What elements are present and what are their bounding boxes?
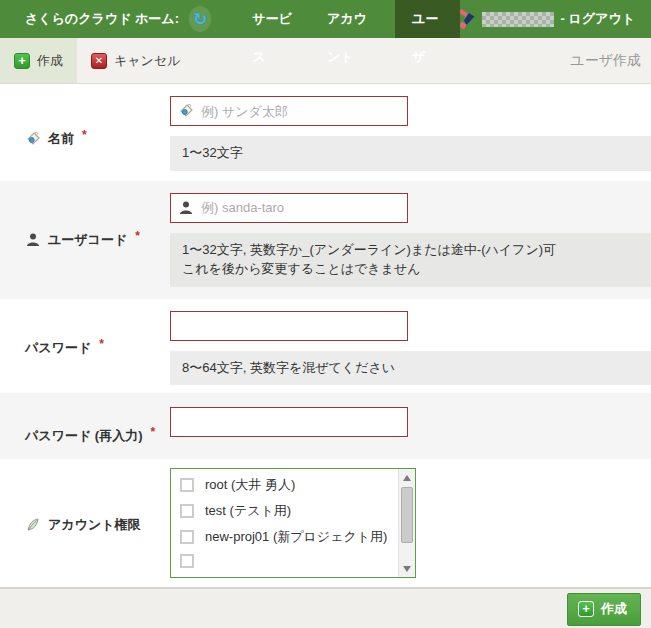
- permission-option-test[interactable]: test (テスト用): [180, 502, 415, 520]
- name-input-tag-icon: [178, 103, 194, 119]
- user-create-form: 名前* 1〜32文字 ユーザコード*: [0, 84, 651, 587]
- footer-create-button[interactable]: + 作成: [567, 593, 641, 626]
- listbox-scrollbar[interactable]: [398, 469, 415, 577]
- permissions-content-col: root (大井 勇人) test (テスト用) new-proj01 (新プロ…: [170, 468, 651, 578]
- nav-tab-user[interactable]: ユーザ: [395, 0, 459, 38]
- toolbar-cancel-button[interactable]: ✕ キャンセル: [77, 38, 195, 83]
- checkbox-icon[interactable]: [180, 478, 194, 492]
- permissions-listbox[interactable]: root (大井 勇人) test (テスト用) new-proj01 (新プロ…: [170, 468, 416, 578]
- cancel-x-icon: ✕: [91, 53, 107, 69]
- scrollbar-thumb[interactable]: [401, 487, 413, 543]
- permission-option-label: new-proj01 (新プロジェクト用): [205, 528, 387, 546]
- main-nav: サービス アカウント ユーザ: [235, 0, 459, 38]
- permissions-label: アカウント権限: [48, 516, 141, 534]
- plus-icon: +: [14, 53, 30, 69]
- permission-option-newproj01[interactable]: new-proj01 (新プロジェクト用): [180, 528, 415, 546]
- permissions-label-col: アカウント権限: [0, 468, 170, 578]
- usercode-hint: 1〜32文字, 英数字か_(アンダーライン)または途中-(ハイフン)可 これを後…: [170, 233, 651, 287]
- permission-option-partial[interactable]: [180, 554, 415, 568]
- feather-icon: [25, 517, 41, 533]
- toolbar-create-label: 作成: [37, 52, 63, 70]
- action-toolbar: + 作成 ✕ キャンセル ユーザ作成: [0, 38, 651, 84]
- form-row-usercode: ユーザコード* 1〜32文字, 英数字か_(アンダーライン)または途中-(ハイフ…: [0, 181, 651, 299]
- page-title: ユーザ作成: [570, 52, 651, 70]
- name-tag-icon: [25, 131, 41, 147]
- form-row-name: 名前* 1〜32文字: [0, 84, 651, 181]
- name-label: 名前: [48, 130, 74, 148]
- usercode-input-user-icon: [178, 200, 194, 216]
- required-mark: *: [151, 425, 156, 439]
- form-footer: + 作成: [0, 587, 651, 628]
- sakura-logo-icon: [460, 8, 475, 30]
- usercode-hint-line1: 1〜32文字, 英数字か_(アンダーライン)または途中-(ハイフン)可: [182, 241, 639, 260]
- checkbox-icon[interactable]: [180, 554, 194, 568]
- usercode-label-col: ユーザコード*: [0, 193, 170, 287]
- password-confirm-input[interactable]: [170, 407, 408, 437]
- redacted-username: [482, 12, 554, 27]
- name-label-col: 名前*: [0, 96, 170, 171]
- form-row-permissions: アカウント権限 root (大井 勇人) test (テスト用) new-: [0, 459, 651, 587]
- user-icon: [25, 232, 41, 248]
- usercode-content-col: 1〜32文字, 英数字か_(アンダーライン)または途中-(ハイフン)可 これを後…: [170, 193, 651, 287]
- checkbox-icon[interactable]: [180, 530, 194, 544]
- permission-option-label: root (大井 勇人): [205, 476, 295, 494]
- permission-option-root[interactable]: root (大井 勇人): [180, 476, 415, 494]
- refresh-button[interactable]: ↻: [189, 6, 211, 32]
- refresh-icon: ↻: [193, 11, 207, 28]
- form-row-password-confirm: パスワード (再入力)*: [0, 393, 651, 459]
- password-confirm-label-col: パスワード (再入力)*: [0, 407, 170, 445]
- user-area: - ログアウト: [460, 0, 651, 38]
- password-label: パスワード: [25, 339, 91, 357]
- required-mark: *: [99, 337, 104, 351]
- usercode-label: ユーザコード: [48, 231, 127, 249]
- usercode-hint-line2: これを後から変更することはできません: [182, 260, 639, 279]
- password-label-col: パスワード*: [0, 311, 170, 386]
- password-content-col: 8〜64文字, 英数字を混ぜてください: [170, 311, 651, 386]
- footer-create-label: 作成: [601, 600, 627, 618]
- nav-tab-account[interactable]: アカウント: [310, 0, 395, 38]
- toolbar-cancel-label: キャンセル: [114, 52, 181, 70]
- name-hint: 1〜32文字: [170, 136, 651, 171]
- required-mark: *: [82, 128, 87, 142]
- nav-tab-services[interactable]: サービス: [235, 0, 310, 38]
- checkbox-icon[interactable]: [180, 504, 194, 518]
- name-input[interactable]: [170, 96, 408, 126]
- brand-title: さくらのクラウド ホーム:: [0, 0, 179, 38]
- required-mark: *: [135, 229, 140, 243]
- top-nav-bar: さくらのクラウド ホーム: ↻ サービス アカウント ユーザ - ログアウト: [0, 0, 651, 38]
- form-row-password: パスワード* 8〜64文字, 英数字を混ぜてください: [0, 299, 651, 394]
- permission-option-label: test (テスト用): [205, 502, 291, 520]
- name-content-col: 1〜32文字: [170, 96, 651, 171]
- password-confirm-label: パスワード (再入力): [25, 427, 143, 445]
- toolbar-create-button[interactable]: + 作成: [0, 38, 77, 83]
- usercode-input[interactable]: [170, 193, 408, 223]
- scroll-up-arrow-icon[interactable]: [399, 470, 415, 485]
- scroll-down-arrow-icon[interactable]: [399, 561, 415, 576]
- password-input[interactable]: [170, 311, 408, 341]
- password-confirm-content-col: [170, 407, 651, 445]
- plus-icon: +: [578, 601, 594, 617]
- logout-link[interactable]: - ログアウト: [561, 10, 635, 28]
- password-hint: 8〜64文字, 英数字を混ぜてください: [170, 351, 651, 386]
